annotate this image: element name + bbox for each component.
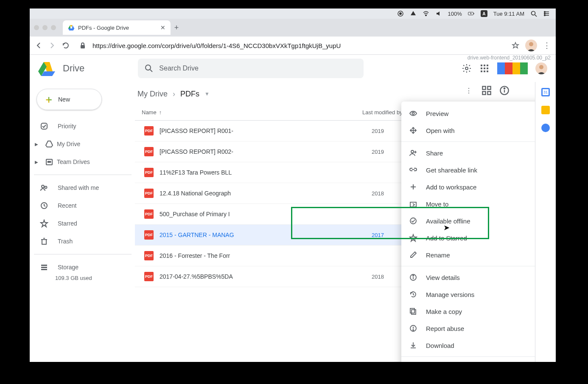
sidebar-item-team-drives[interactable]: ▶ Team Drives bbox=[34, 153, 132, 170]
pdf-file-icon: PDF bbox=[144, 230, 154, 240]
svg-point-73 bbox=[413, 330, 414, 330]
address-bar[interactable]: https://drive.google.com/corp/drive/u/0/… bbox=[92, 42, 506, 49]
breadcrumb-root[interactable]: My Drive bbox=[137, 90, 168, 99]
svg-marker-7 bbox=[470, 12, 471, 14]
context-menu: Preview Open with› Share Get shareable l… bbox=[401, 102, 535, 362]
close-tab-icon[interactable]: ✕ bbox=[160, 24, 165, 31]
ctx-add-workspace[interactable]: Add to workspace› bbox=[401, 178, 535, 195]
keep-icon[interactable] bbox=[541, 106, 550, 114]
chrome-menu-button[interactable]: ⋮ bbox=[543, 41, 551, 50]
svg-point-8 bbox=[532, 11, 535, 15]
pdf-file-icon: PDF bbox=[144, 147, 154, 156]
ctx-report-abuse[interactable]: Report abuse bbox=[401, 320, 535, 337]
plus-icon bbox=[409, 183, 417, 191]
more-actions-icon[interactable]: ⋮ bbox=[464, 85, 474, 96]
battery-pct: 100% bbox=[448, 11, 462, 17]
svg-rect-51 bbox=[482, 91, 485, 94]
ctx-remove[interactable]: Remove bbox=[401, 359, 535, 362]
ctx-rename[interactable]: Rename bbox=[401, 246, 535, 263]
ctx-manage-versions[interactable]: Manage versions bbox=[401, 286, 535, 303]
chevron-right-icon: ▶ bbox=[35, 142, 38, 147]
storage-icon bbox=[40, 263, 48, 271]
file-name: 2016 - Forrester - The Forr bbox=[160, 252, 372, 259]
screen-record-icon bbox=[397, 10, 404, 17]
file-name: 2015 - GARTNER - MANAG bbox=[160, 232, 372, 238]
calendar-icon[interactable]: 31 bbox=[541, 88, 550, 96]
svg-point-57 bbox=[411, 150, 414, 153]
ctx-open-with[interactable]: Open with› bbox=[401, 122, 535, 139]
svg-marker-4 bbox=[437, 11, 440, 16]
ctx-get-link[interactable]: Get shareable link bbox=[401, 161, 535, 178]
browser-tab[interactable]: PDFs - Google Drive ✕ bbox=[63, 20, 171, 35]
search-placeholder: Search Drive bbox=[159, 65, 198, 72]
chevron-right-icon: ▶ bbox=[35, 160, 38, 164]
search-input[interactable]: Search Drive bbox=[138, 59, 364, 78]
storage-used: 109.3 GB used bbox=[34, 275, 132, 281]
svg-marker-2 bbox=[411, 11, 416, 15]
browser-toolbar: https://drive.google.com/corp/drive/u/0/… bbox=[30, 37, 556, 55]
my-drive-icon bbox=[45, 140, 53, 148]
new-button-label: New bbox=[58, 96, 70, 103]
grid-view-icon[interactable] bbox=[482, 85, 492, 96]
ctx-make-copy[interactable]: Make a copy bbox=[401, 303, 535, 320]
bookmark-star-icon[interactable] bbox=[512, 42, 519, 49]
file-name: 12.4.18 National Geograph bbox=[160, 190, 372, 197]
file-name: 2017-04-27.%5BPBS%5DA bbox=[160, 273, 372, 280]
svg-point-31 bbox=[465, 67, 468, 70]
ctx-share[interactable]: Share bbox=[401, 144, 535, 161]
spotlight-icon[interactable] bbox=[530, 10, 537, 17]
history-icon bbox=[409, 290, 417, 299]
drive-logo-icon bbox=[38, 60, 55, 77]
sidebar-item-trash[interactable]: Trash bbox=[34, 233, 132, 250]
sidebar-item-shared[interactable]: Shared with me bbox=[34, 179, 132, 196]
ctx-move-to[interactable]: Move to bbox=[401, 195, 535, 212]
new-tab-button[interactable]: + bbox=[171, 23, 182, 32]
input-source-icon: A bbox=[481, 10, 487, 17]
breadcrumb-current[interactable]: PDFs bbox=[180, 90, 199, 99]
back-button[interactable] bbox=[35, 42, 42, 49]
svg-point-29 bbox=[146, 65, 151, 70]
svg-point-33 bbox=[539, 65, 543, 69]
file-name: 500_Purchase of Primary I bbox=[160, 211, 372, 217]
forward-button[interactable] bbox=[48, 42, 56, 49]
file-name: 11%2F13 Tara Powers BLL bbox=[160, 169, 372, 176]
sidebar-item-starred[interactable]: Starred bbox=[34, 215, 132, 232]
version-label: drive.web-frontend_20190605.00_p2 bbox=[468, 55, 551, 61]
tasks-icon[interactable] bbox=[541, 124, 550, 132]
profile-avatar[interactable] bbox=[525, 40, 537, 51]
ctx-add-starred[interactable]: Add to Starred bbox=[401, 229, 535, 246]
svg-marker-19 bbox=[68, 25, 70, 28]
window-controls[interactable] bbox=[34, 25, 56, 30]
browser-tab-strip: PDFs - Google Drive ✕ + bbox=[30, 19, 556, 37]
account-avatar[interactable] bbox=[535, 62, 547, 74]
svg-rect-21 bbox=[81, 45, 85, 48]
sidebar-item-storage[interactable]: Storage bbox=[34, 259, 132, 276]
reload-button[interactable] bbox=[62, 42, 70, 49]
apps-launcher-icon[interactable] bbox=[479, 63, 490, 73]
ctx-preview[interactable]: Preview bbox=[401, 105, 535, 122]
side-panel: 31 bbox=[535, 82, 556, 362]
lock-icon bbox=[79, 42, 87, 49]
pdf-file-icon: PDF bbox=[144, 272, 154, 281]
settings-gear-icon[interactable] bbox=[462, 63, 472, 73]
sidebar-item-recent[interactable]: Recent bbox=[34, 197, 132, 214]
new-button[interactable]: ＋ New bbox=[36, 89, 102, 110]
svg-marker-20 bbox=[68, 28, 75, 31]
priority-icon bbox=[40, 122, 48, 130]
sidebar-item-priority[interactable]: Priority bbox=[34, 118, 132, 135]
ctx-view-details[interactable]: View details bbox=[401, 269, 535, 286]
person-add-icon bbox=[409, 149, 417, 157]
warning-icon bbox=[409, 324, 417, 333]
clock: Tue 9:11 AM bbox=[493, 11, 524, 17]
shared-icon bbox=[40, 184, 48, 192]
ctx-available-offline[interactable]: Available offline bbox=[401, 212, 535, 229]
dropdown-caret-icon[interactable]: ▼ bbox=[204, 91, 210, 97]
team-drives-icon bbox=[45, 158, 53, 166]
sidebar-item-my-drive[interactable]: ▶ My Drive bbox=[34, 136, 132, 152]
ctx-download[interactable]: Download bbox=[401, 337, 535, 354]
svg-rect-48 bbox=[41, 269, 47, 270]
trash-icon bbox=[40, 237, 48, 246]
info-icon[interactable] bbox=[499, 85, 510, 96]
control-center-icon[interactable] bbox=[543, 10, 550, 17]
svg-marker-35 bbox=[46, 141, 53, 147]
